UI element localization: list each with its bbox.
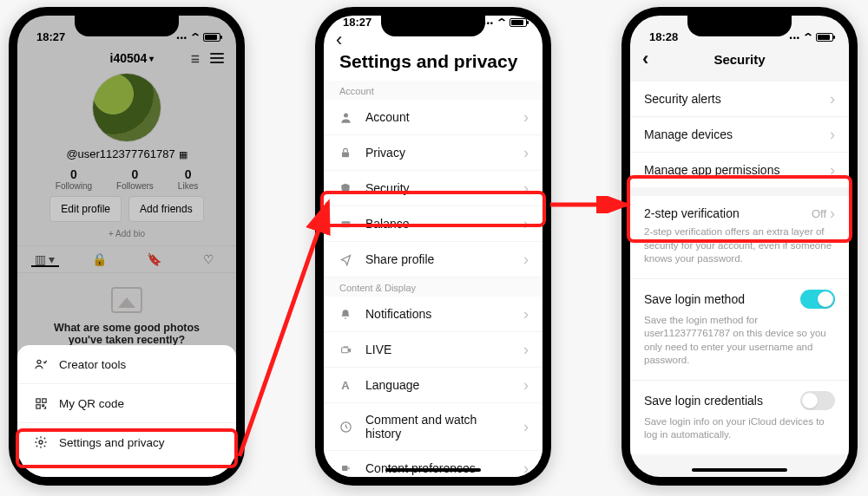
home-indicator[interactable] bbox=[692, 468, 787, 472]
svg-point-5 bbox=[344, 113, 348, 117]
item-label: Privacy bbox=[365, 146, 511, 160]
svg-rect-8 bbox=[341, 223, 350, 225]
chevron-right-icon: › bbox=[523, 256, 529, 264]
chevron-right-icon: › bbox=[830, 131, 835, 139]
sheet-creator-tools[interactable]: Creator tools bbox=[17, 345, 236, 384]
sheet-settings-privacy[interactable]: Settings and privacy bbox=[17, 423, 236, 461]
toggle-save-login-method[interactable] bbox=[800, 290, 835, 309]
row-label: Security alerts bbox=[644, 92, 821, 106]
row-label: Save login credentials bbox=[644, 394, 800, 408]
svg-point-4 bbox=[39, 441, 43, 444]
phone-security: 18:28 ‹ Security Security alerts › Manag… bbox=[621, 7, 858, 486]
item-account[interactable]: Account › bbox=[324, 100, 542, 135]
row-description: 2-step verification offers an extra laye… bbox=[644, 225, 835, 266]
chevron-right-icon: › bbox=[523, 185, 529, 193]
live-icon bbox=[338, 342, 353, 357]
svg-rect-2 bbox=[42, 398, 45, 401]
battery-icon bbox=[510, 18, 527, 27]
chevron-right-icon: › bbox=[830, 166, 835, 174]
svg-rect-9 bbox=[341, 347, 348, 352]
clock-icon bbox=[338, 419, 353, 434]
row-label: Manage app permissions bbox=[644, 163, 821, 177]
row-manage-app-permissions[interactable]: Manage app permissions › bbox=[630, 153, 849, 187]
notch bbox=[687, 16, 792, 36]
svg-rect-6 bbox=[342, 152, 349, 157]
row-save-login-method[interactable]: Save login method Save the login method … bbox=[630, 279, 849, 381]
signal-icon bbox=[790, 30, 800, 43]
phone-profile: 18:27 i40504 ▾ bbox=[9, 7, 245, 486]
row-manage-devices[interactable]: Manage devices › bbox=[630, 117, 849, 153]
item-content-preferences[interactable]: Content preferences › bbox=[324, 451, 542, 477]
share-icon bbox=[338, 251, 353, 267]
row-label: 2-step verification bbox=[644, 206, 812, 220]
svg-point-0 bbox=[37, 360, 41, 363]
row-label: Save login method bbox=[644, 292, 800, 306]
sheet-label: Settings and privacy bbox=[59, 436, 165, 449]
battery-icon bbox=[203, 33, 220, 42]
item-label: Notifications bbox=[365, 307, 511, 321]
item-label: Balance bbox=[365, 217, 511, 231]
row-save-login-credentials[interactable]: Save login credentials Save login info o… bbox=[630, 381, 849, 454]
chevron-right-icon: › bbox=[523, 423, 529, 431]
status-icons bbox=[790, 30, 833, 43]
item-privacy[interactable]: Privacy › bbox=[324, 135, 542, 171]
signal-icon bbox=[177, 30, 187, 43]
language-icon: A bbox=[338, 377, 353, 393]
creator-tools-icon bbox=[33, 356, 49, 372]
item-label: Share profile bbox=[365, 252, 511, 266]
qr-code-icon bbox=[33, 395, 49, 411]
video-icon bbox=[338, 460, 353, 476]
chevron-right-icon: › bbox=[523, 382, 529, 389]
bell-icon bbox=[338, 306, 353, 322]
status-icons bbox=[483, 16, 527, 29]
item-label: Language bbox=[365, 378, 511, 392]
notch bbox=[381, 16, 485, 36]
item-notifications[interactable]: Notifications › bbox=[324, 297, 542, 332]
sheet-qr-code[interactable]: My QR code bbox=[17, 384, 236, 423]
toggle-save-login-credentials[interactable] bbox=[800, 391, 835, 410]
lock-icon bbox=[338, 145, 353, 160]
person-icon bbox=[338, 109, 353, 125]
chevron-right-icon: › bbox=[523, 149, 529, 157]
item-label: LIVE bbox=[365, 343, 511, 356]
action-sheet: Creator tools My QR code Settings and pr… bbox=[17, 345, 236, 477]
item-live[interactable]: LIVE › bbox=[324, 332, 542, 368]
item-security[interactable]: Security › bbox=[324, 171, 542, 206]
status-time: 18:28 bbox=[649, 30, 678, 43]
chevron-right-icon: › bbox=[830, 95, 835, 103]
item-language[interactable]: A Language › bbox=[324, 368, 542, 403]
chevron-right-icon: › bbox=[523, 465, 529, 473]
page-title: Security bbox=[713, 52, 765, 67]
row-description: Save the login method for user1123777617… bbox=[644, 314, 835, 368]
row-status: Off bbox=[812, 207, 826, 220]
chevron-right-icon: › bbox=[830, 210, 835, 218]
back-button[interactable]: ‹ bbox=[642, 48, 648, 70]
chevron-right-icon: › bbox=[523, 310, 529, 318]
row-label: Manage devices bbox=[644, 127, 821, 141]
item-balance[interactable]: Balance › bbox=[324, 206, 542, 242]
wifi-icon bbox=[191, 30, 200, 43]
gear-icon bbox=[33, 434, 49, 450]
svg-rect-1 bbox=[36, 398, 39, 401]
home-indicator[interactable] bbox=[385, 468, 481, 472]
status-bar: 18:27 bbox=[17, 16, 236, 45]
page-header: ‹ Security bbox=[630, 45, 849, 73]
status-time: 18:27 bbox=[36, 30, 65, 43]
section-content-label: Content & Display bbox=[324, 277, 542, 297]
item-comment-history[interactable]: Comment and watch history › bbox=[324, 403, 542, 451]
status-time: 18:27 bbox=[343, 16, 372, 29]
sheet-label: My QR code bbox=[59, 397, 124, 410]
item-label: Account bbox=[365, 110, 511, 124]
item-label: Comment and watch history bbox=[365, 413, 511, 441]
battery-icon bbox=[816, 33, 833, 42]
page-title: Settings and privacy bbox=[324, 49, 542, 81]
wallet-icon bbox=[338, 216, 353, 232]
row-two-step-verification[interactable]: 2-step verification Off › 2-step verific… bbox=[630, 196, 849, 279]
svg-rect-3 bbox=[36, 404, 39, 408]
item-share-profile[interactable]: Share profile › bbox=[324, 242, 542, 277]
chevron-right-icon: › bbox=[523, 346, 529, 354]
row-security-alerts[interactable]: Security alerts › bbox=[630, 82, 849, 117]
status-icons bbox=[177, 30, 220, 43]
sheet-label: Creator tools bbox=[59, 358, 126, 371]
back-button[interactable]: ‹ bbox=[336, 30, 342, 49]
